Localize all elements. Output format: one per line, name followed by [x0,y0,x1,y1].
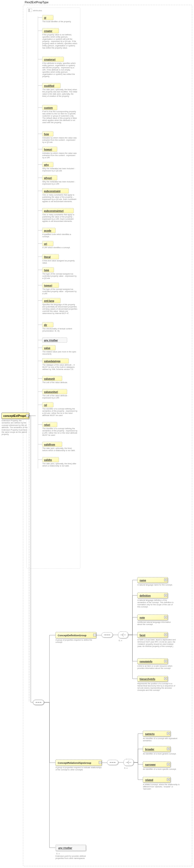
svg-point-69 [112,762,113,763]
cdg-child-name: note [140,616,145,619]
attribute-name: how [44,133,49,135]
crg-child-name: narrower [145,763,156,766]
root-element-desc-wrap: Extension Property; the semantics are de… [2,420,30,441]
attribute-name: dir [44,323,47,327]
attribute-name: whyuri [44,177,52,179]
attribute-name: literal [44,256,51,258]
crg-child-name: sameAs [145,733,155,735]
attribute-name: qcode [44,229,51,232]
attribute-name: type [44,269,49,272]
crg-child-name: broader [145,748,155,751]
cdg-children: nameA natural language name for the conc… [128,577,176,698]
svg-point-34 [36,702,37,703]
any-other-count: 0..∞ [56,852,60,855]
attributes-label: attributes [33,9,42,12]
svg-rect-2 [29,10,30,11]
attribute-name: why [44,163,49,166]
crg-child-name: related [145,779,153,781]
root-element-label: conceptExtProperty [3,414,29,417]
attribute-name: creatoruri [44,58,56,61]
sequence-main [33,700,44,705]
cdg-count: 0..∞ [119,640,122,642]
attribute-name: valuedatatype [44,360,60,363]
svg-point-36 [40,702,41,703]
svg-rect-1 [29,9,30,10]
root-element-desc: Extension Property; the semantics are de… [2,420,30,436]
svg-point-68 [110,762,111,763]
attribute-name: valueunit [44,377,55,380]
any-other-desc: Extension point for provider-defined pro… [56,855,94,860]
attribute-name: any ##other [44,339,58,342]
attribute-name: xml:lang [44,300,54,302]
schema-diagram: Flex2ExtPropType conceptExtProperty Exte… [0,0,194,868]
type-title: Flex2ExtPropType [25,1,49,4]
any-other-element: any ##other 0..∞ Extension point for pro… [56,845,94,865]
crg-desc: A group of properties required to indica… [56,767,102,771]
attribute-name: pubconstraint [44,190,60,192]
concept-definition-group: ConceptDefinitionGroup A group of proper… [56,632,97,647]
svg-point-41 [105,634,106,636]
attribute-name: modified [44,85,54,87]
cdg-choice: 0..∞ [118,631,128,642]
cdg-child-name: definition [140,594,151,597]
crg-children: sameAsAn identifier of a concept with eq… [134,731,182,795]
any-other-title: any ##other [58,847,72,849]
attribute-name: valueunituri [44,391,58,393]
attribute-name: value [44,347,50,349]
attribute-name: id [44,17,46,19]
cdg-child-name: facet [140,634,145,637]
attribute-name: uri [44,242,47,245]
attribute-name: validto [44,459,52,461]
attribute-name: typeuri [44,284,52,287]
svg-point-43 [109,634,110,636]
cdg-sequence [102,632,113,638]
crg-choice: 0..∞ [124,759,134,769]
cdg-title: ConceptDefinitionGroup [58,634,87,637]
attribute-name: creator [44,30,53,32]
crg-title: ConceptRelationshipsGroup [58,762,91,764]
cdg-desc: A group of properties required to define… [56,639,97,644]
cdg-child-name: remoteInfo [140,660,153,663]
attribute-name: rel [44,404,47,406]
svg-point-35 [38,702,39,703]
attribute-name: validfrom [44,443,55,446]
attribute-name: pubconstrainturi [44,210,64,212]
cdg-child-name: name [140,579,146,582]
svg-point-42 [107,634,108,636]
attribute-name: reluri [44,424,50,426]
attribute-name: custom [44,106,53,109]
svg-point-70 [114,762,115,763]
attribute-name: howuri [44,148,52,151]
crg-sequence [107,760,118,765]
crg-count: 0..∞ [124,767,128,769]
attribute-list: idThe local identifier of the property.c… [38,15,78,471]
concept-relationships-group: ConceptRelationshipsGroup A group of pro… [56,760,102,776]
cdg-child-name: hierarchyInfo [140,678,156,680]
